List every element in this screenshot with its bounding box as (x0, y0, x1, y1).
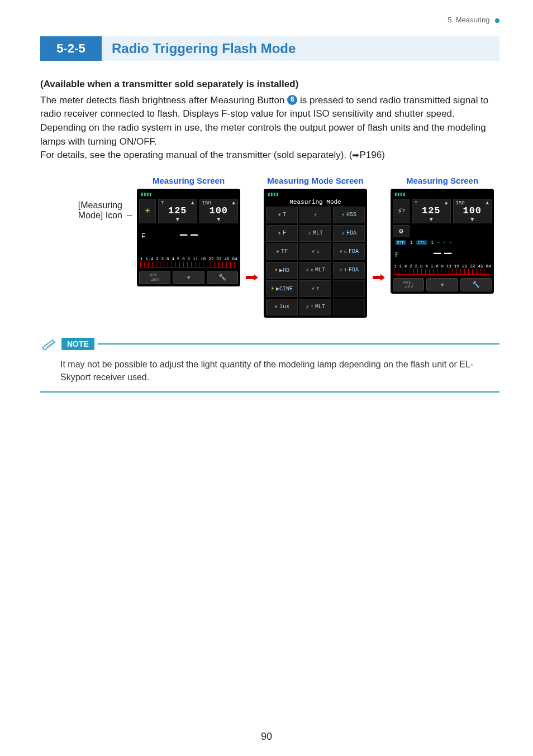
memory-icon: ● (440, 281, 444, 288)
mode-cell[interactable]: ☀▶HD (266, 262, 298, 279)
pencil-icon (40, 338, 59, 350)
callout-line-icon (127, 208, 131, 218)
iso-box[interactable]: ISO ▲ 100 ▼ (199, 199, 239, 223)
mode-cell[interactable]: ⚡TMLT (299, 299, 331, 315)
f-label: F (395, 251, 399, 259)
f-value: ―― (399, 247, 489, 261)
radio-tags: STD 1 CTL 1 - - - (393, 239, 492, 247)
note-box: NOTE It may not be possible to adjust th… (40, 338, 499, 393)
body-p2-ref: P196 (359, 150, 382, 160)
body-p2b: ) (382, 150, 385, 160)
iso-value: 100 (209, 205, 228, 216)
breadcrumb-dot-icon (495, 18, 499, 23)
mode-cell[interactable]: ⚡MLT (299, 225, 331, 242)
mode-grid: ☀☀ TT ⚡ ⚡HSS ☀F ⚡MLT ⚡FDA ☀TF ⚡c ⚡cFDA ☀… (266, 207, 365, 315)
measuring-button-number-icon: 6 (287, 95, 297, 105)
wrench-icon: 🔧 (472, 281, 480, 288)
bolt-icon: ⚡ (313, 212, 317, 218)
aperture-scale-numbers: 1 1.4 2 2.8 4 5.6 8 11 16 22 32 45 64 90 (140, 257, 237, 261)
mode-cell[interactable]: ⚡T (299, 280, 331, 297)
sun-icon: ☀ (278, 212, 281, 218)
iso-box[interactable]: ISO ▲ 100 ▼ (453, 199, 492, 223)
f-value: ―― (145, 228, 236, 242)
tool-button[interactable]: 🔧 (460, 278, 492, 291)
f-readout: F ―― (393, 247, 492, 262)
measuring-mode-icon[interactable]: ⚡T (393, 199, 410, 223)
bolt-icon: ⚡ (312, 285, 315, 292)
ave-ev-button[interactable]: AVE. ⊿EV (393, 278, 424, 291)
shutter-speed-box[interactable]: T ▲ 125 ▼ (412, 199, 451, 223)
down-arrow-icon: ▼ (175, 216, 179, 223)
breadcrumb: 5. Measuring (40, 16, 499, 26)
section-number: 5-2-5 (40, 36, 102, 61)
red-arrow-icon (246, 274, 258, 281)
bolt-icon: ⚡ (308, 230, 311, 237)
screen-mid: ▮▮▮▮ Measuring Mode ☀☀ TT ⚡ ⚡HSS ☀F ⚡MLT… (264, 189, 367, 318)
mode-cell-empty (333, 280, 365, 297)
mode-cell[interactable]: ⚡cMLT (299, 262, 331, 279)
note-label: NOTE (61, 338, 94, 350)
std-tag: STD (395, 240, 406, 245)
svg-line-5 (46, 342, 54, 347)
screen-left-col: Measuring Screen ▮▮▮▮ ☀ T ▲ 125 ▼ ISO ▲ … (137, 176, 240, 286)
screen-right: ▮▮▮▮ ⚡T T ▲ 125 ▼ ISO ▲ 100 ▼ (391, 189, 494, 294)
t-label: T (161, 200, 164, 206)
mode-cell[interactable]: ⚡HSS (333, 207, 365, 223)
wrench-icon: 🔧 (218, 274, 226, 281)
bolt-icon: ⚡ (306, 304, 309, 310)
aperture-scale-numbers: 1 1.4 2 2.8 4 5.6 8 11 16 22 32 45 64 90 (394, 264, 491, 269)
note-text: It may not be possible to adjust the lig… (40, 350, 499, 393)
mode-cell[interactable]: ⚡TFDA (333, 262, 365, 279)
screen-mid-caption: Measuring Mode Screen (267, 176, 364, 185)
bolt-icon: ⚡ (306, 267, 309, 274)
bolt-icon: ⚡ (312, 248, 315, 255)
memory-icon: ● (187, 274, 191, 281)
sun-icon: ☀ (276, 248, 279, 255)
down-arrow-icon: ▼ (217, 216, 221, 223)
red-arrow-icon (373, 274, 385, 281)
mode-cell[interactable]: ⚡ (299, 207, 331, 223)
iso-value: 100 (463, 205, 482, 216)
sun-icon: ☀ (271, 285, 274, 292)
callout-l2: Mode] Icon (40, 210, 122, 221)
mode-cell[interactable]: ☀▶CINE (266, 280, 298, 297)
sun-icon: ☀ (274, 304, 278, 310)
mode-cell[interactable]: ⚡c (299, 243, 331, 260)
aperture-scale: 1 1.4 2 2.8 4 5.6 8 11 16 22 32 45 64 90 (139, 255, 238, 269)
svg-marker-1 (246, 274, 258, 281)
memory-button[interactable]: ● (426, 278, 458, 291)
aperture-scale: 1 1.4 2 2.8 4 5.6 8 11 16 22 32 45 64 90 (393, 262, 492, 276)
up-arrow-icon: ▲ (232, 200, 235, 206)
aperture-scale-ticks-icon (140, 262, 237, 267)
mode-cell[interactable]: ☀lux (266, 299, 298, 315)
mode-cell[interactable]: ☀☀ TT (266, 207, 298, 223)
battery-icon: ▮▮▮▮ (393, 191, 492, 199)
sun-icon: ☀ (278, 230, 281, 237)
power-control-icon[interactable]: ⚙ (393, 225, 410, 237)
mode-cell[interactable]: ☀F (266, 225, 298, 242)
note-rule-icon (98, 343, 499, 344)
page-number: 90 (0, 731, 533, 743)
svg-marker-3 (42, 340, 55, 350)
aperture-scale-ticks-icon (394, 269, 491, 275)
screen-left-caption: Measuring Screen (153, 176, 225, 185)
mode-title: Measuring Mode (266, 199, 365, 207)
body-p2a: For details, see the operating manual of… (40, 150, 352, 160)
section-title: Radio Triggering Flash Mode (102, 41, 296, 56)
ave-ev-button[interactable]: AVE. ⊿EV (139, 271, 170, 284)
tool-button[interactable]: 🔧 (207, 271, 238, 284)
memory-button[interactable]: ● (173, 271, 204, 284)
screen-right-caption: Measuring Screen (406, 176, 478, 185)
bolt-icon: ⚡ (341, 230, 345, 237)
callout-l1: [Measuring (40, 200, 122, 210)
iso-label: ISO (456, 200, 465, 206)
f-readout: F ―― (139, 225, 238, 243)
f-label: F (141, 233, 145, 241)
measuring-mode-icon[interactable]: ☀ (139, 199, 156, 223)
mode-cell[interactable]: ⚡cFDA (333, 243, 365, 260)
body-text: (Available when a transmitter sold separ… (40, 78, 499, 162)
mode-cell[interactable]: ☀TF (266, 243, 298, 260)
ctl-value: 1 - - - (431, 240, 452, 246)
mode-cell[interactable]: ⚡FDA (333, 225, 365, 242)
shutter-speed-box[interactable]: T ▲ 125 ▼ (158, 199, 197, 223)
